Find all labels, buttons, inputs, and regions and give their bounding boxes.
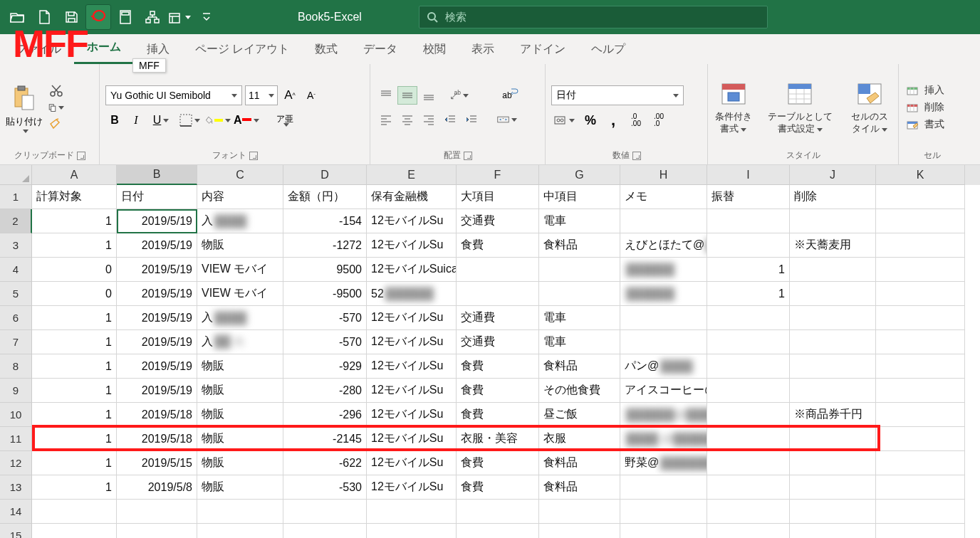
cell-H9[interactable]: アイスコーヒー@███	[620, 379, 707, 403]
cell-E11[interactable]: 12モバイルSu	[367, 427, 457, 451]
cell-B7[interactable]: 2019/5/19	[117, 330, 197, 354]
cell-I15[interactable]	[707, 524, 790, 538]
orientation-icon[interactable]: ab	[449, 86, 469, 105]
cell-H13[interactable]	[620, 475, 707, 500]
cell-F13[interactable]: 食費	[457, 475, 539, 500]
cell-J14[interactable]	[790, 500, 876, 524]
cell-F6[interactable]: 交通費	[457, 306, 539, 330]
cell-J8[interactable]	[790, 354, 876, 379]
tab-page-layout[interactable]: ページ レイアウト	[182, 36, 302, 64]
format-cells-button[interactable]: 書式	[905, 117, 944, 132]
cell-D2[interactable]: -154	[283, 209, 367, 233]
cell-H5[interactable]: ██████	[620, 282, 707, 306]
cell-I9[interactable]	[707, 379, 790, 403]
column-header-E[interactable]: E	[367, 165, 457, 185]
accounting-format-icon[interactable]	[551, 111, 577, 130]
cell-A6[interactable]: 1	[32, 306, 117, 330]
cell-K5[interactable]	[876, 282, 965, 306]
cell-B8[interactable]: 2019/5/19	[117, 354, 197, 379]
cell-C9[interactable]: 物販	[197, 379, 283, 403]
row-header-5[interactable]: 5	[0, 282, 32, 306]
cell-I10[interactable]	[707, 403, 790, 427]
cell-G5[interactable]	[539, 282, 620, 306]
cell-E2[interactable]: 12モバイルSu	[367, 209, 457, 233]
column-header-K[interactable]: K	[876, 165, 965, 185]
cell-A4[interactable]: 0	[32, 258, 117, 282]
row-header-11[interactable]: 11	[0, 427, 32, 451]
cell-E7[interactable]: 12モバイルSu	[367, 330, 457, 354]
cell-F15[interactable]	[457, 524, 539, 538]
cell-H7[interactable]	[620, 330, 707, 354]
cell-G7[interactable]: 電車	[539, 330, 620, 354]
row-header-12[interactable]: 12	[0, 451, 32, 475]
tab-data[interactable]: データ	[350, 36, 410, 64]
cell-I14[interactable]	[707, 500, 790, 524]
cell-C14[interactable]	[197, 500, 283, 524]
cell-I3[interactable]	[707, 233, 790, 258]
cell-D8[interactable]: -929	[283, 354, 367, 379]
cell-F7[interactable]: 交通費	[457, 330, 539, 354]
cell-G9[interactable]: その他食費	[539, 379, 620, 403]
cell-A8[interactable]: 1	[32, 354, 117, 379]
cell-I7[interactable]	[707, 330, 790, 354]
italic-button[interactable]: I	[127, 111, 145, 130]
column-header-B[interactable]: B	[117, 165, 197, 185]
cell-E6[interactable]: 12モバイルSu	[367, 306, 457, 330]
cell-C11[interactable]: 物販	[197, 427, 283, 451]
cell-F2[interactable]: 交通費	[457, 209, 539, 233]
font-color-button[interactable]: A	[234, 111, 259, 130]
clipboard-launcher-icon[interactable]	[77, 152, 85, 160]
cell-H3[interactable]: えびとほたて@████████	[620, 233, 707, 258]
cell-J5[interactable]	[790, 282, 876, 306]
cell-H14[interactable]	[620, 500, 707, 524]
cell-C13[interactable]: 物販	[197, 475, 283, 500]
column-header-C[interactable]: C	[197, 165, 283, 185]
align-center-icon[interactable]	[397, 110, 417, 129]
cell-J6[interactable]	[790, 306, 876, 330]
conditional-formatting-button[interactable]: 条件付き書式	[714, 80, 753, 135]
cell-B1[interactable]: 日付	[117, 185, 197, 209]
cell-H4[interactable]: ██████	[620, 258, 707, 282]
cell-J7[interactable]	[790, 330, 876, 354]
cell-B15[interactable]	[117, 524, 197, 538]
cell-E12[interactable]: 12モバイルSu	[367, 451, 457, 475]
increase-indent-icon[interactable]	[462, 110, 481, 129]
cell-J9[interactable]	[790, 379, 876, 403]
cell-E8[interactable]: 12モバイルSu	[367, 354, 457, 379]
align-top-icon[interactable]	[376, 86, 396, 105]
cell-I1[interactable]: 振替	[707, 185, 790, 209]
cell-B9[interactable]: 2019/5/19	[117, 379, 197, 403]
cell-B12[interactable]: 2019/5/15	[117, 451, 197, 475]
form-icon[interactable]	[167, 4, 192, 30]
cell-A3[interactable]: 1	[32, 233, 117, 258]
column-header-H[interactable]: H	[620, 165, 707, 185]
cell-A12[interactable]: 1	[32, 451, 117, 475]
cell-G15[interactable]	[539, 524, 620, 538]
cell-G6[interactable]: 電車	[539, 306, 620, 330]
row-header-9[interactable]: 9	[0, 379, 32, 403]
cell-C10[interactable]: 物販	[197, 403, 283, 427]
cell-G10[interactable]: 昼ご飯	[539, 403, 620, 427]
cell-I6[interactable]	[707, 306, 790, 330]
cell-D1[interactable]: 金額（円）	[283, 185, 367, 209]
cell-C2[interactable]: 入████	[197, 209, 283, 233]
cell-J10[interactable]: ※商品券千円	[790, 403, 876, 427]
font-launcher-icon[interactable]	[249, 152, 258, 160]
cell-C1[interactable]: 内容	[197, 185, 283, 209]
cell-C8[interactable]: 物販	[197, 354, 283, 379]
cell-K6[interactable]	[876, 306, 965, 330]
cell-D5[interactable]: -9500	[283, 282, 367, 306]
cell-E4[interactable]: 12モバイルSuica	[367, 258, 457, 282]
row-header-10[interactable]: 10	[0, 403, 32, 427]
qat-dropdown-icon[interactable]	[194, 4, 219, 30]
cell-A1[interactable]: 計算対象	[32, 185, 117, 209]
align-right-icon[interactable]	[419, 110, 439, 129]
tab-formulas[interactable]: 数式	[302, 36, 350, 64]
cell-D6[interactable]: -570	[283, 306, 367, 330]
cell-C4[interactable]: VIEW モバイ	[197, 258, 283, 282]
cell-C15[interactable]	[197, 524, 283, 538]
hierarchy-icon[interactable]	[140, 4, 165, 30]
cell-E5[interactable]: 52██████	[367, 282, 457, 306]
bold-button[interactable]: B	[105, 111, 124, 130]
cell-H15[interactable]	[620, 524, 707, 538]
